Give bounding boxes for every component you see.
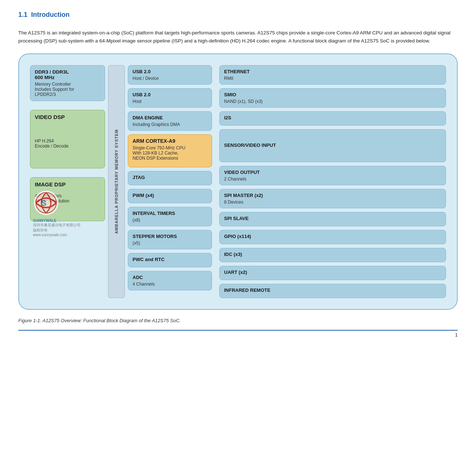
arm-cortex-block: ARM CORTEX-A9 Single-Core 792-MHz CPUWit… [128,134,212,167]
arm-title: ARM CORTEX-A9 [133,138,207,144]
spim-sub: 8 Devices [224,200,441,205]
sm-sub: (x5) [133,241,207,246]
spi-master-block: SPI MASTER (x2) 8 Devices [219,189,446,208]
left-column: DDR3 / DDR3L600 MHz Memory ControllerInc… [30,65,105,298]
bottom-rule [18,330,458,331]
svi-title: SENSOR/VIDEO INPUT [224,142,276,148]
usb-host-block: USB 2.0 Host [128,88,212,108]
idc-title: IDC (x3) [224,252,441,257]
gpio-block: GPIO (x114) [219,230,446,244]
video-dsp-subtitle: HP H.264Encode / Decode [35,138,100,149]
jtag-block: JTAG [128,171,212,185]
pwc-rtc-block: PWC and RTC [128,253,212,267]
usb-hd-title: USB 2.0 [133,69,207,74]
vo-title: VIDEO OUTPUT [224,170,441,175]
eth-sub: RMII [224,76,441,81]
interval-timers-block: INTERVAL TIMERS (x8) [128,207,212,226]
usb-h-title: USB 2.0 [133,92,207,97]
ddr-block: DDR3 / DDR3L600 MHz Memory ControllerInc… [30,65,105,101]
usb-h-sub: Host [133,99,207,104]
adc-title: ADC [133,275,207,280]
ddr-title: DDR3 / DDR3L600 MHz [35,69,100,80]
dma-engine-block: DMA ENGINE Including Graphics DMA [128,111,212,131]
smio-title: SMIO [224,92,441,97]
usb-host-device-block: USB 2.0 Host / Device [128,65,212,85]
video-dsp-block: VIDEO DSP HP H.264Encode / Decode [30,110,105,168]
i2s-block: I2S [219,111,446,126]
it-sub: (x8) [133,217,207,223]
uart-block: UART (x2) [219,266,446,280]
idc-block: IDC (x3) [219,248,446,262]
vo-sub: 2 Channels [224,176,441,182]
spi-slave-block: SPI SLAVE [219,212,446,226]
dma-title: DMA ENGINE [133,115,207,120]
intro-paragraph: The A12S75 is an integrated system-on-a-… [18,29,458,45]
section-title: Introduction [31,11,70,19]
image-dsp-block: IMAGE DSP 480 Mpixels/s64 MP Resolution [30,177,105,221]
mid-column: USB 2.0 Host / Device USB 2.0 Host DMA E… [128,65,212,298]
adc-block: ADC 4 Channels [128,271,212,290]
right-column: ETHERNET RMII SMIO NAND (x1), SD (x3) I2… [219,65,446,298]
sm-title: STEPPER MOTORS [133,234,207,239]
bar-label: AMBARELLA PROPRIETARY MEMORY SYSTEM [114,129,119,234]
arm-sub: Single-Core 792-MHz CPUWith 128-KB L2 Ca… [133,145,207,161]
figure-caption: Figure 1-1. A12S75 Overview: Functional … [18,318,458,323]
ethernet-block: ETHERNET RMII [219,65,446,85]
smio-block: SMIO NAND (x1), SD (x3) [219,88,446,108]
dma-sub: Including Graphics DMA [133,122,207,127]
mid-right-grid: USB 2.0 Host / Device USB 2.0 Host DMA E… [128,65,446,298]
ir-title: INFRARED REMOTE [224,287,441,293]
i2s-title: I2S [224,115,441,120]
smio-sub: NAND (x1), SD (x3) [224,99,441,104]
spim-title: SPI MASTER (x2) [224,193,441,198]
video-dsp-title: VIDEO DSP [35,114,100,120]
stepper-motors-block: STEPPER MOTORS (x5) [128,230,212,249]
pwc-title: PWC and RTC [133,257,207,262]
uart-title: UART (x2) [224,269,441,275]
adc-sub: 4 Channels [133,282,207,287]
proprietary-memory-bar: AMBARELLA PROPRIETARY MEMORY SYSTEM [107,65,126,298]
gpio-title: GPIO (x114) [224,234,441,239]
jtag-title: JTAG [133,175,207,180]
infrared-remote-block: INFRARED REMOTE [219,284,446,298]
usb-hd-sub: Host / Device [133,76,207,81]
spis-title: SPI SLAVE [224,216,441,221]
section-number: 1.1 [18,11,27,19]
image-dsp-subtitle: 480 Mpixels/s64 MP Resolution [35,193,100,204]
image-dsp-title: IMAGE DSP [35,181,100,187]
sensor-video-input-block: SENSOR/VIDEO INPUT [219,129,446,162]
eth-title: ETHERNET [224,69,441,74]
it-title: INTERVAL TIMERS [133,211,207,216]
page-number: 1 [18,332,458,338]
block-diagram: S SUNNYWALE 深圳市桑尼威尔电子有限公司 版权所有 www.sunny… [18,53,458,310]
pwm-block: PWM (x4) [128,189,212,203]
ddr-subtitle: Memory ControllerIncludes Support forLPD… [35,82,100,97]
pwm-title: PWM (x4) [133,193,207,198]
video-output-block: VIDEO OUTPUT 2 Channels [219,166,446,185]
